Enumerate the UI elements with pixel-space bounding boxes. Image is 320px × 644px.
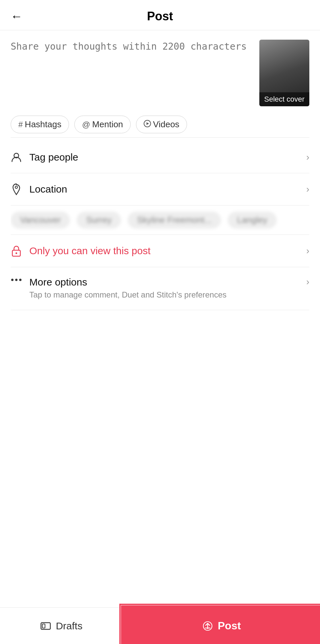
more-icon	[11, 277, 29, 282]
more-options-item[interactable]: More options Tap to manage comment, Duet…	[11, 267, 309, 310]
back-button[interactable]: ←	[11, 10, 23, 22]
hashtag-icon: #	[18, 120, 23, 129]
svg-point-7	[15, 279, 18, 281]
videos-icon	[144, 120, 151, 129]
post-button[interactable]: Post	[123, 608, 320, 644]
svg-point-6	[11, 279, 14, 281]
tag-chips-row: # Hashtags @ Mention Videos	[11, 116, 309, 133]
location-icon	[11, 183, 29, 195]
caption-input[interactable]	[11, 40, 253, 93]
cover-label: Select cover	[259, 92, 309, 106]
drafts-icon	[40, 621, 51, 631]
more-options-sublabel: Tap to manage comment, Duet and Stitch's…	[29, 289, 306, 301]
suggestion-1: Vancouver	[11, 212, 70, 229]
suggestion-2: Surrey	[77, 212, 121, 229]
page-title: Post	[147, 9, 173, 23]
videos-label: Videos	[153, 119, 179, 130]
main-content: Select cover # Hashtags @ Mention Videos	[0, 30, 320, 321]
post-label: Post	[218, 620, 241, 632]
bottom-spacer	[0, 321, 320, 364]
mention-icon: @	[82, 120, 90, 129]
cover-thumbnail[interactable]: Select cover	[259, 40, 309, 106]
suggestion-3: Skyline Freemont...	[128, 212, 221, 229]
svg-marker-1	[147, 122, 149, 125]
privacy-label: Only you can view this post	[29, 245, 306, 257]
divider-top	[11, 137, 309, 138]
suggestion-4: Langley	[228, 212, 277, 229]
privacy-item[interactable]: Only you can view this post ›	[11, 235, 309, 267]
svg-point-5	[16, 253, 17, 254]
suggestions-row: Vancouver Surrey Skyline Freemont... Lan…	[11, 206, 309, 235]
tag-people-chevron: ›	[306, 152, 309, 163]
location-item[interactable]: Location ›	[11, 173, 309, 206]
mention-label: Mention	[92, 119, 123, 130]
header: ← Post	[0, 0, 320, 30]
lock-icon	[11, 245, 29, 257]
caption-area: Select cover	[11, 40, 309, 106]
videos-chip[interactable]: Videos	[136, 116, 187, 133]
privacy-chevron: ›	[306, 246, 309, 256]
svg-point-3	[15, 186, 18, 189]
location-chevron: ›	[306, 184, 309, 195]
location-label: Location	[29, 184, 306, 195]
mention-chip[interactable]: @ Mention	[74, 116, 131, 133]
tag-people-item[interactable]: Tag people ›	[11, 142, 309, 173]
tag-people-label: Tag people	[29, 152, 306, 163]
bottom-bar: Drafts Post	[0, 607, 320, 644]
svg-rect-10	[42, 624, 45, 628]
svg-point-8	[19, 279, 22, 281]
more-options-chevron: ›	[306, 277, 309, 287]
post-icon	[202, 621, 213, 631]
drafts-button[interactable]: Drafts	[0, 608, 123, 644]
hashtag-label: Hashtags	[25, 119, 61, 130]
more-options-content: More options Tap to manage comment, Duet…	[29, 277, 306, 301]
hashtag-chip[interactable]: # Hashtags	[11, 116, 69, 133]
more-options-label: More options	[29, 277, 306, 288]
person-icon	[11, 152, 29, 163]
drafts-label: Drafts	[56, 620, 82, 632]
